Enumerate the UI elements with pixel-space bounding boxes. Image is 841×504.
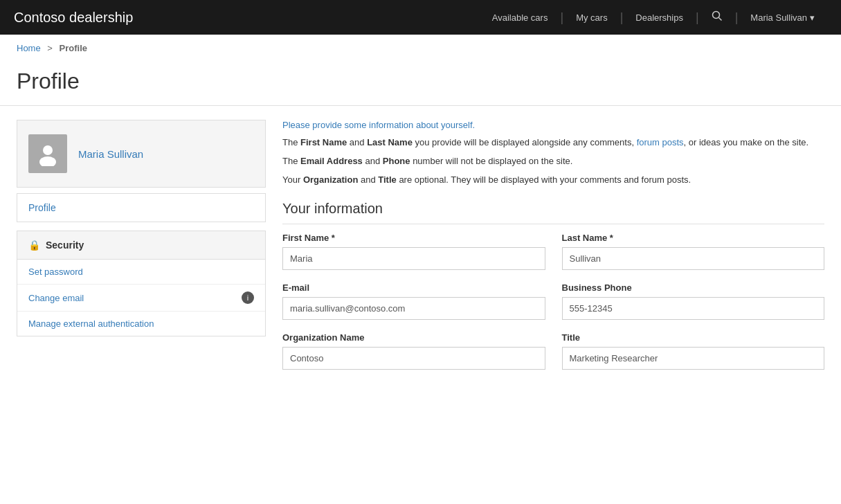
form-row-contact: E-mail Business Phone <box>282 282 824 320</box>
sidebar-item-change-email[interactable]: Change email i <box>17 285 265 312</box>
email-input[interactable] <box>282 297 545 320</box>
first-name-input[interactable] <box>282 247 545 270</box>
title-label: Title <box>562 332 825 343</box>
form-group-title: Title <box>562 332 825 370</box>
last-name-label: Last Name * <box>562 233 825 243</box>
change-email-info-icon[interactable]: i <box>242 291 254 304</box>
intro-text-1: The First Name and Last Name you provide… <box>282 136 824 150</box>
sidebar-user-name: Maria Sullivan <box>78 148 143 160</box>
email-label: E-mail <box>282 282 545 293</box>
svg-point-3 <box>39 156 56 166</box>
sidebar-security-section: 🔒 Security Set password Change email i M… <box>17 231 266 336</box>
sidebar-item-manage-auth[interactable]: Manage external authentication <box>17 312 265 336</box>
sidebar-item-profile[interactable]: Profile <box>17 193 266 222</box>
profile-form: First Name * Last Name * E-mail Business… <box>282 233 824 370</box>
content-intro: Please provide some information about yo… <box>282 120 824 187</box>
svg-line-1 <box>718 18 721 21</box>
user-menu[interactable]: Maria Sullivan ▾ <box>738 12 827 23</box>
user-card: Maria Sullivan <box>17 120 266 188</box>
form-row-org: Organization Name Title <box>282 332 824 370</box>
sidebar: Maria Sullivan Profile 🔒 Security Set pa… <box>17 120 266 438</box>
lock-icon: 🔒 <box>28 240 40 251</box>
form-group-first-name: First Name * <box>282 233 545 270</box>
nav-available-cars[interactable]: Available cars <box>480 12 561 23</box>
intro-highlight: Please provide some information about yo… <box>282 120 824 130</box>
page-title-area: Profile <box>0 62 841 106</box>
last-name-input[interactable] <box>562 247 825 270</box>
main-nav: Available cars | My cars | Dealerships |… <box>480 0 827 35</box>
site-logo: Contoso dealership <box>14 10 480 26</box>
breadcrumb-current: Profile <box>60 43 87 53</box>
intro-text-3: Your Organization and Title are optional… <box>282 173 824 188</box>
sidebar-item-set-password[interactable]: Set password <box>17 260 265 285</box>
nav-dealerships[interactable]: Dealerships <box>623 12 696 23</box>
avatar <box>28 134 67 173</box>
main-layout: Maria Sullivan Profile 🔒 Security Set pa… <box>0 106 841 452</box>
site-header: Contoso dealership Available cars | My c… <box>0 0 841 35</box>
org-label: Organization Name <box>282 332 545 343</box>
form-group-last-name: Last Name * <box>562 233 825 270</box>
form-group-phone: Business Phone <box>562 282 825 320</box>
form-group-email: E-mail <box>282 282 545 320</box>
phone-input[interactable] <box>562 297 825 320</box>
intro-text-2: The Email Address and Phone number will … <box>282 154 824 169</box>
first-name-label: First Name * <box>282 233 545 243</box>
title-input[interactable] <box>562 347 825 370</box>
page-title: Profile <box>17 69 824 94</box>
sidebar-security-label: Security <box>46 240 84 251</box>
your-info-title: Your information <box>282 201 824 224</box>
org-input[interactable] <box>282 347 545 370</box>
svg-point-2 <box>43 145 53 155</box>
breadcrumb-home[interactable]: Home <box>17 43 41 53</box>
svg-point-0 <box>712 12 719 19</box>
nav-my-cars[interactable]: My cars <box>563 12 620 23</box>
sidebar-nav: Profile <box>17 193 266 222</box>
user-dropdown-icon: ▾ <box>810 12 815 23</box>
breadcrumb-separator: > <box>47 43 53 53</box>
phone-label: Business Phone <box>562 282 825 293</box>
sidebar-security-header: 🔒 Security <box>17 231 265 260</box>
form-group-org: Organization Name <box>282 332 545 370</box>
form-row-name: First Name * Last Name * <box>282 233 824 270</box>
search-icon[interactable] <box>699 10 735 24</box>
user-name-label: Maria Sullivan <box>750 12 807 23</box>
main-content: Please provide some information about yo… <box>282 120 824 438</box>
breadcrumb: Home > Profile <box>0 35 841 62</box>
